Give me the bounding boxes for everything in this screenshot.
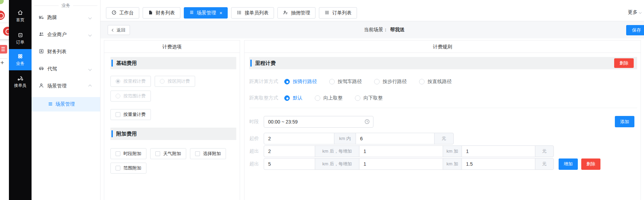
lines-icon — [189, 10, 194, 16]
radio-icon — [284, 79, 290, 84]
tab-order-list[interactable]: 订单列表 — [319, 7, 357, 19]
radio-icon — [329, 79, 335, 84]
radio-icon — [355, 95, 360, 101]
close-icon[interactable] — [219, 11, 222, 15]
secondary-menu: 业务 跑腿 企业商户 财务列表 代驾 场景管理 — [32, 0, 100, 200]
excess-step-input[interactable] — [359, 158, 443, 170]
radio-label: 向下取整 — [363, 95, 383, 101]
radio-driving-path[interactable]: 按驾车路径 — [329, 79, 362, 85]
radio-walking-path[interactable]: 按步行路径 — [374, 79, 407, 85]
delete-tier-button[interactable]: 删除 — [581, 158, 600, 170]
time-range-input[interactable] — [264, 116, 373, 128]
radio-icon — [315, 95, 320, 101]
current-scene: 当前场景： 帮我送 — [364, 21, 405, 38]
menu-item-errand[interactable]: 跑腿 — [32, 9, 100, 26]
tab-bar: 工作台 财务列表 场景管理 接单员列表 抽佣管理 — [100, 0, 644, 21]
sidebar-item-label: 接单员 — [14, 83, 26, 89]
menu-item-finance[interactable]: 财务列表 — [32, 43, 100, 60]
menu-item-merchants[interactable]: 企业商户 — [32, 26, 100, 43]
green-corner-icon — [0, 0, 4, 4]
radio-riding-path[interactable]: 按骑行路径 — [284, 79, 317, 85]
panel-title: 计费选项 — [104, 40, 240, 53]
sidebar-item-business[interactable]: 业务 — [9, 49, 32, 70]
radio-box-range-billing[interactable]: 按范围计费 — [110, 91, 151, 102]
unit-addon: 元 — [535, 145, 554, 157]
field-label: 时段 — [249, 119, 260, 125]
menu-item-scenes[interactable]: 场景管理 — [32, 78, 100, 95]
checkbox-icon — [195, 151, 200, 156]
back-button[interactable]: 返回 — [108, 25, 130, 35]
tab-label: 场景管理 — [197, 10, 216, 16]
checkbox-label: 范围附加 — [123, 165, 141, 171]
base-price-input[interactable] — [356, 133, 434, 144]
excess-price-input[interactable] — [462, 158, 535, 170]
excess-distance-input[interactable] — [264, 158, 315, 170]
radio-label: 按里程计费 — [123, 78, 146, 84]
section-accent-bar — [111, 130, 113, 137]
field-label: 超出 — [249, 148, 260, 154]
radio-icon — [419, 79, 425, 84]
current-scene-value: 帮我送 — [390, 27, 405, 33]
checkbox-icon — [116, 166, 120, 170]
base-distance-input[interactable] — [264, 133, 334, 144]
time-range-field[interactable] — [264, 116, 373, 128]
unit-addon: km 后，每增加 — [315, 145, 359, 157]
plus-icon[interactable] — [0, 59, 4, 67]
radio-box-mileage-billing[interactable]: 按里程计费 — [110, 76, 151, 87]
tab-courier-list[interactable]: 接单员列表 — [231, 7, 274, 19]
car-icon — [38, 66, 44, 72]
radio-label: 按骑行路径 — [293, 79, 317, 85]
excess-step-input[interactable] — [359, 145, 443, 157]
sidebar-item-orders[interactable]: 订单 — [9, 31, 32, 47]
divider — [249, 108, 637, 108]
checkbox-box-select-surcharge[interactable]: 选择附加 — [190, 148, 226, 159]
red-document-icon[interactable] — [0, 45, 7, 54]
sidebar-item-label: 订单 — [16, 39, 24, 45]
sidebar-item-couriers[interactable]: 接单员 — [9, 74, 32, 90]
checkbox-box-weather-surcharge[interactable]: 天气附加 — [150, 148, 186, 159]
checkbox-box-weight-billing[interactable]: 按重量计费 — [110, 109, 151, 120]
checkbox-box-range-surcharge[interactable]: 范围附加 — [110, 163, 146, 174]
radio-straight-path[interactable]: 按直线路径 — [419, 79, 452, 85]
menu-subitem-scene-management[interactable]: 场景管理 — [32, 97, 100, 111]
more-menu[interactable]: 更多 — [628, 9, 641, 15]
red-badge-icon[interactable] — [0, 11, 5, 20]
tab-finance-list[interactable]: 财务列表 — [143, 7, 180, 19]
menu-item-label: 代驾 — [47, 66, 57, 72]
tab-label: 财务列表 — [156, 10, 175, 16]
sidebar-item-home[interactable]: 首页 — [9, 8, 32, 24]
checkbox-label: 天气附加 — [163, 151, 181, 157]
tab-scene-management[interactable]: 场景管理 — [184, 7, 228, 19]
radio-label: 按范围计费 — [123, 93, 146, 99]
save-button[interactable]: 保存 — [626, 25, 644, 35]
rounding-row: 距离取整方式 默认 向上取整 向下取整 — [249, 95, 637, 101]
unit-addon: 元 — [434, 133, 454, 144]
menu-item-driving[interactable]: 代驾 — [32, 60, 100, 78]
menu-item-label: 企业商户 — [47, 32, 67, 38]
chevron-left-icon — [112, 28, 115, 31]
tab-workbench[interactable]: 工作台 — [106, 7, 139, 19]
main-area: 工作台 财务列表 场景管理 接单员列表 抽佣管理 — [100, 0, 644, 200]
commission-icon — [283, 10, 288, 16]
tab-commission[interactable]: 抽佣管理 — [277, 7, 315, 19]
menu-item-label: 跑腿 — [47, 14, 57, 21]
add-tier-button[interactable]: 增加 — [559, 158, 578, 170]
radio-rounding-down[interactable]: 向下取整 — [355, 95, 383, 101]
radio-rounding-up[interactable]: 向上取整 — [315, 95, 343, 101]
delete-section-button[interactable]: 删除 — [614, 58, 634, 68]
excess-row: 超出 km 后，每增加 km 加 元 增加 删除 — [249, 158, 637, 170]
radio-label: 按直线路径 — [428, 79, 452, 85]
page-toolbar: 返回 当前场景： 帮我送 保存 — [100, 21, 644, 38]
excess-price-input[interactable] — [462, 145, 535, 157]
billing-options-panel: 计费选项 基础费用 按里程计费 按区间计费 — [104, 40, 240, 200]
excess-distance-input[interactable] — [264, 145, 315, 157]
radio-box-interval-billing[interactable]: 按区间计费 — [155, 76, 195, 87]
section-accent-bar — [250, 60, 252, 67]
divider — [0, 58, 8, 59]
menu-section-header: 业务 — [32, 2, 100, 9]
scooter-icon — [38, 14, 44, 21]
radio-rounding-default[interactable]: 默认 — [284, 95, 302, 101]
list-icon — [324, 10, 330, 16]
add-time-slot-button[interactable]: 添加 — [615, 116, 634, 127]
checkbox-box-time-surcharge[interactable]: 时段附加 — [110, 148, 146, 159]
